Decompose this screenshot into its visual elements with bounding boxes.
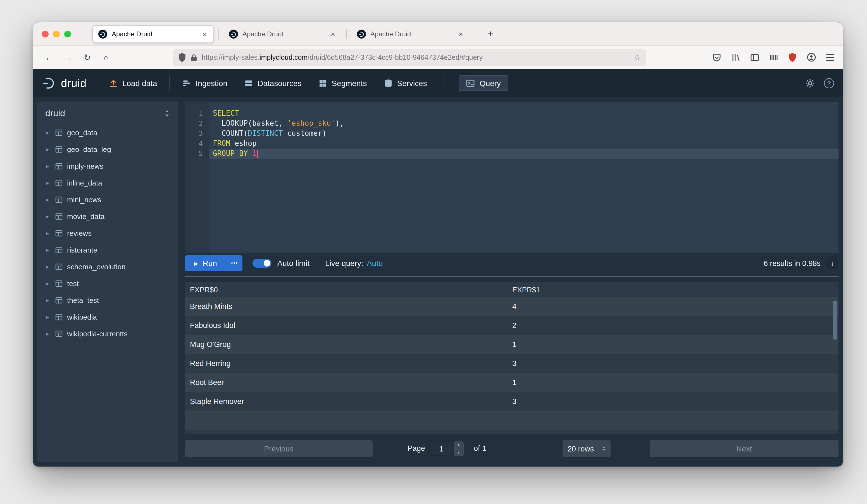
cell-expr1[interactable]: 2 (507, 316, 838, 335)
vertical-bars-icon[interactable] (769, 53, 778, 62)
page-number-input[interactable]: 1 (429, 441, 453, 456)
chevron-right-icon[interactable]: ▸ (43, 313, 52, 320)
sidebar-item-inline-data[interactable]: ▸ inline_data (38, 174, 178, 191)
sidebar-item-geo-data-leg[interactable]: ▸ geo_data_leg (38, 141, 178, 158)
sidebar-item-reviews[interactable]: ▸ reviews (38, 225, 178, 242)
cell-expr1[interactable]: 1 (507, 335, 838, 354)
nav-item-datasources[interactable]: Datasources (244, 79, 301, 88)
ublock-shield-icon[interactable] (788, 53, 796, 62)
chevron-right-icon[interactable]: ▸ (43, 129, 52, 136)
sidebar-item-movie-data[interactable]: ▸ movie_data (38, 208, 178, 225)
rows-per-page-select[interactable]: 20 rows ▲▼ (563, 440, 611, 457)
menu-hamburger-icon[interactable] (826, 54, 834, 61)
new-tab-button[interactable]: + (483, 27, 498, 41)
cell-expr0[interactable]: Root Beer (185, 373, 507, 392)
cell-expr1[interactable]: 3 (507, 392, 838, 411)
macos-zoom-button[interactable] (64, 31, 71, 37)
cell-expr0[interactable]: Breath Mints (185, 297, 507, 316)
tab-apache-druid-3[interactable]: Apache Druid × (351, 25, 470, 43)
help-icon[interactable]: ? (824, 78, 834, 88)
cell-expr1[interactable]: 4 (507, 297, 838, 316)
sidebar-item-schema-evolution[interactable]: ▸ schema_evolution (38, 258, 178, 275)
sidebar-item-test[interactable]: ▸ test (38, 275, 178, 292)
macos-minimize-button[interactable] (53, 31, 60, 37)
home-button[interactable]: ⌂ (98, 49, 115, 66)
cell-expr0[interactable]: Mug O'Grog (185, 335, 507, 354)
chevron-right-icon[interactable]: ▸ (43, 330, 52, 337)
scrollbar-thumb[interactable] (833, 301, 837, 340)
back-button[interactable]: ← (41, 49, 57, 66)
sidebar-item-wikipedia-currentts[interactable]: ▸ wikipedia-currentts (38, 325, 178, 342)
cell-expr1[interactable]: 1 (507, 373, 838, 392)
nav-item-query[interactable]: Query (459, 75, 508, 91)
chevron-right-icon[interactable]: ▸ (43, 280, 52, 287)
table-icon (55, 179, 63, 186)
datasource-name: test (67, 279, 79, 288)
lock-icon[interactable] (191, 53, 197, 61)
tab-apache-druid-1[interactable]: Apache Druid × (92, 25, 214, 43)
run-more-button[interactable]: ••• (226, 255, 243, 271)
url-bar[interactable]: https://imply-sales.implycloud.com/druid… (173, 49, 646, 66)
next-page-button[interactable]: Next (650, 440, 838, 457)
sort-double-caret-icon[interactable] (164, 109, 170, 117)
sidebar-item-imply-news[interactable]: ▸ imply-news (38, 158, 178, 174)
code-line: COUNT(DISTINCT customer) (210, 129, 838, 139)
cell-expr0[interactable]: Fabulous Idol (185, 316, 507, 335)
tracking-protection-shield-icon[interactable] (178, 53, 186, 62)
cell-expr1[interactable]: 3 (507, 354, 838, 373)
sql-editor: 1 2 3 4 5 SELECT LOOKUP(basket, 'eshop_s… (185, 102, 838, 253)
cell-expr0[interactable]: Staple Remover (185, 392, 507, 411)
tab-close-icon[interactable]: × (330, 30, 336, 38)
library-icon[interactable] (731, 53, 740, 62)
sidebar-item-geo-data[interactable]: ▸ geo_data (38, 124, 178, 141)
profile-icon[interactable] (807, 53, 816, 62)
stepper-down-icon[interactable]: ▼ (453, 449, 464, 456)
auto-limit-toggle[interactable] (253, 259, 272, 268)
column-header-expr1[interactable]: EXPR$1 (507, 282, 838, 297)
live-query-value[interactable]: Auto (367, 259, 383, 268)
column-header-expr0[interactable]: EXPR$0 (185, 282, 507, 297)
previous-page-button[interactable]: Previous (185, 440, 373, 457)
results-table: EXPR$0 EXPR$1 Breath Mints 4 Fabulous Id… (185, 282, 838, 434)
sql-code-area[interactable]: SELECT LOOKUP(basket, 'eshop_sku'), COUN… (210, 102, 838, 253)
chevron-right-icon[interactable]: ▸ (43, 196, 52, 203)
pocket-icon[interactable] (712, 53, 721, 62)
results-scrollbar[interactable] (832, 297, 838, 434)
tab-close-icon[interactable]: × (201, 30, 208, 38)
editor-results-splitter[interactable] (185, 276, 838, 277)
chevron-right-icon[interactable]: ▸ (43, 246, 52, 254)
nav-item-ingestion[interactable]: Ingestion (182, 79, 228, 88)
gear-icon[interactable] (805, 78, 815, 88)
chevron-right-icon[interactable]: ▸ (43, 179, 52, 186)
nav-item-segments[interactable]: Segments (318, 79, 367, 88)
table-row: Mug O'Grog 1 (185, 335, 838, 354)
sidebar-item-ristorante[interactable]: ▸ ristorante (38, 242, 178, 258)
bookmark-star-icon[interactable]: ☆ (634, 53, 641, 62)
load-data-button[interactable]: Load data (109, 79, 157, 88)
macos-close-button[interactable] (42, 31, 49, 37)
sidebar-item-wikipedia[interactable]: ▸ wikipedia (38, 309, 178, 325)
table-icon (55, 162, 63, 170)
nav-item-services[interactable]: Services (384, 79, 427, 88)
cell-expr0[interactable]: Red Herring (185, 354, 507, 373)
chevron-right-icon[interactable]: ▸ (43, 263, 52, 270)
line-number: 4 (185, 139, 203, 149)
sidebar-toggle-icon[interactable] (750, 53, 759, 62)
chevron-right-icon[interactable]: ▸ (43, 229, 52, 237)
datasource-name: geo_data (67, 128, 97, 137)
druid-brand[interactable]: druid (42, 76, 87, 90)
download-results-button[interactable]: ↓ (826, 257, 838, 269)
chevron-right-icon[interactable]: ▸ (43, 146, 52, 153)
reload-button[interactable]: ↻ (79, 49, 96, 66)
sidebar-item-theta-test[interactable]: ▸ theta_test (38, 292, 178, 309)
sidebar-item-mini-news[interactable]: ▸ mini_news (38, 191, 178, 208)
chevron-right-icon[interactable]: ▸ (43, 162, 52, 170)
stepper-up-icon[interactable]: ▲ (453, 441, 464, 448)
tab-close-icon[interactable]: × (458, 30, 464, 38)
tab-apache-druid-2[interactable]: Apache Druid × (223, 25, 342, 43)
chevron-right-icon[interactable]: ▸ (43, 213, 52, 220)
run-button[interactable]: ▶ Run (185, 255, 226, 271)
chevron-right-icon[interactable]: ▸ (43, 297, 52, 304)
table-icon (55, 280, 63, 287)
forward-button[interactable]: → (60, 49, 76, 66)
